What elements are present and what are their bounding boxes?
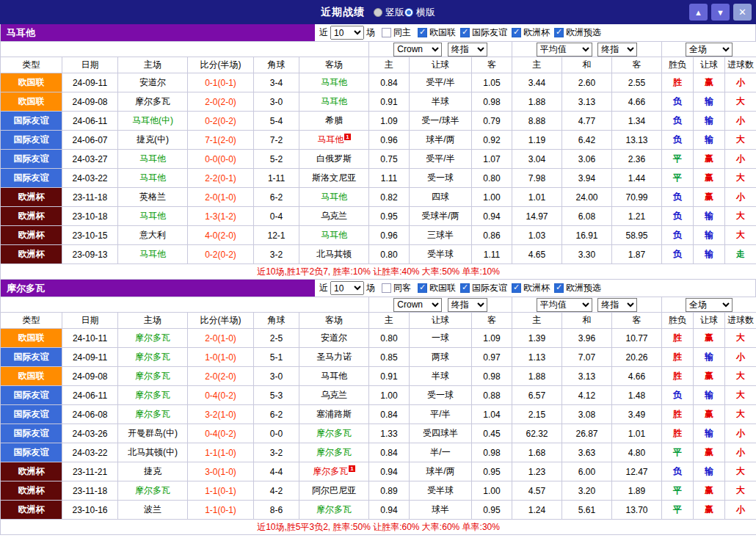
selects-row-spacer xyxy=(1,297,369,313)
scroll-up-button[interactable]: ▲ xyxy=(689,4,708,21)
avg-home-cell: 1.88 xyxy=(512,367,562,386)
league-cell: 国际友谊 xyxy=(1,112,62,131)
team-label: 阿尔巴尼亚 xyxy=(312,485,356,495)
league-cell: 欧国联 xyxy=(1,73,62,92)
handicap-cell: 受一/球半 xyxy=(410,112,472,131)
match-row: 国际友谊24-03-27马耳他0-0(0-0)5-2白俄罗斯0.75受平/半1.… xyxy=(1,150,756,169)
league-filter-checkbox[interactable]: 欧洲预选 xyxy=(554,282,601,294)
match-row: 欧洲杯23-10-18马耳他1-3(1-2)0-4乌克兰0.95受球半/两0.9… xyxy=(1,207,756,226)
score-cell: 2-0(2-0) xyxy=(188,367,254,386)
away-team-cell: 阿尔巴尼亚 xyxy=(299,481,369,501)
handicap-cell: 受半球 xyxy=(410,245,472,264)
checkbox-icon xyxy=(382,28,391,37)
team-label: 摩尔多瓦 xyxy=(135,371,170,381)
score-cell: 2-2(0-1) xyxy=(188,169,254,188)
layout-radio-horizontal[interactable]: 横版 xyxy=(404,6,435,19)
league-filter-checkbox[interactable]: 欧国联 xyxy=(418,26,456,39)
average-select[interactable]: 平均值 xyxy=(537,43,592,57)
match-row: 国际友谊24-06-08摩尔多瓦3-2(1-0)6-2塞浦路斯0.84平/半1.… xyxy=(1,405,756,424)
league-filter-label: 国际友谊 xyxy=(472,26,507,39)
average-select[interactable]: 平均值 xyxy=(537,298,592,312)
team-label: 马耳他 xyxy=(139,211,166,221)
handicap-cell: 一球 xyxy=(410,329,472,348)
bookmaker-select[interactable]: Crown xyxy=(393,43,442,57)
league-cell: 欧国联 xyxy=(1,329,62,348)
league-cell: 欧洲杯 xyxy=(1,481,62,501)
away-team-cell: 马耳他 xyxy=(299,92,369,112)
bookmaker-select[interactable]: Crown xyxy=(393,298,442,312)
handicap-cell: 受球半/两 xyxy=(410,207,472,226)
league-filter-checkbox[interactable]: 国际友谊 xyxy=(460,26,507,39)
score-cell: 7-1(2-0) xyxy=(188,131,254,150)
league-filter-checkbox[interactable]: 欧洲杯 xyxy=(512,282,550,294)
date-cell: 24-09-08 xyxy=(62,367,118,386)
score-cell: 1-1(0-1) xyxy=(188,481,254,501)
goals-result-cell: 大 xyxy=(725,207,756,226)
goals-result-cell: 大 xyxy=(725,329,756,348)
date-cell: 24-10-11 xyxy=(62,329,118,348)
avg-away-cell: 20.26 xyxy=(612,348,662,367)
match-row: 欧国联24-09-08摩尔多瓦2-0(2-0)3-0马耳他0.91半球0.981… xyxy=(1,92,756,112)
goals-result-cell: 小 xyxy=(725,501,756,520)
corner-cell: 3-2 xyxy=(254,443,299,462)
league-cell: 欧洲杯 xyxy=(1,501,62,520)
summary-row: 近10场,胜1平2负7, 胜率:10% 让胜率:40% 大率:50% 单率:10… xyxy=(1,264,756,280)
scroll-down-button[interactable]: ▼ xyxy=(711,4,730,21)
team-section: 摩尔多瓦 近 10 场 同客 欧国联国际友谊欧洲杯欧洲预选 xyxy=(0,280,756,535)
avg-home-cell: 7.98 xyxy=(512,169,562,188)
handicap-result-cell: 输 xyxy=(694,462,725,481)
league-filter-checkbox[interactable]: 欧国联 xyxy=(418,282,456,294)
team-label: 摩尔多瓦 xyxy=(135,352,170,362)
away-team-cell: 马耳他1 xyxy=(299,131,369,150)
team-label: 摩尔多瓦1 xyxy=(313,466,355,476)
handicap-result-cell: 输 xyxy=(694,424,725,443)
same-venue-filter[interactable]: 同客 xyxy=(382,282,411,294)
topbar: 近期战绩 竖版横版 ▲ ▼ ✕ xyxy=(0,0,756,24)
average-stage-select[interactable]: 终指 xyxy=(597,298,637,312)
scope-select[interactable]: 全场 xyxy=(686,298,733,312)
average-stage-select[interactable]: 终指 xyxy=(597,43,637,57)
matches-table: Crown 终指 平均值 终指 全场 类型日期主场比分(半场)角球客场主让球客主… xyxy=(0,41,756,280)
away-team-cell: 圣马力诺 xyxy=(299,348,369,367)
corner-cell: 8-6 xyxy=(254,501,299,520)
team-label: 马耳他1 xyxy=(317,134,350,145)
date-cell: 23-10-16 xyxy=(62,501,118,520)
avg-away-cell: 1.87 xyxy=(612,245,662,264)
league-filter-checkbox[interactable]: 欧洲杯 xyxy=(512,26,550,39)
recent-count-select[interactable]: 10 xyxy=(330,281,364,295)
away-odds-cell: 1.00 xyxy=(472,188,512,207)
away-team-cell: 塞浦路斯 xyxy=(299,405,369,424)
recent-count-select[interactable]: 10 xyxy=(330,26,364,40)
league-filter-checkbox[interactable]: 国际友谊 xyxy=(460,282,507,294)
avg-home-cell: 1.01 xyxy=(512,188,562,207)
goals-result-cell: 小 xyxy=(725,73,756,92)
avg-home-cell: 6.57 xyxy=(512,386,562,405)
league-cell: 欧国联 xyxy=(1,92,62,112)
close-button[interactable]: ✕ xyxy=(733,4,752,21)
radio-icon xyxy=(374,8,382,17)
odds-stage-select[interactable]: 终指 xyxy=(448,298,487,312)
handicap-result-cell: 输 xyxy=(694,207,725,226)
home-odds-cell: 1.09 xyxy=(369,112,410,131)
avg-home-cell: 4.65 xyxy=(512,245,562,264)
outcome-cell: 胜 xyxy=(662,405,694,424)
avg-home-cell: 3.04 xyxy=(512,150,562,169)
odds-stage-select[interactable]: 终指 xyxy=(448,43,487,57)
team-label: 马耳他 xyxy=(139,153,166,164)
handicap-result-cell: 赢 xyxy=(694,329,725,348)
away-odds-cell: 0.80 xyxy=(472,169,512,188)
handicap-result-cell: 赢 xyxy=(694,481,725,501)
away-odds-cell: 0.92 xyxy=(472,131,512,150)
league-cell: 欧洲杯 xyxy=(1,245,62,264)
home-team-cell: 捷克 xyxy=(118,462,188,481)
league-filter-label: 欧洲预选 xyxy=(566,26,601,39)
scope-select[interactable]: 全场 xyxy=(686,43,733,57)
date-cell: 24-09-11 xyxy=(62,73,118,92)
score-cell: 0-2(0-2) xyxy=(188,245,254,264)
handicap-result-cell: 输 xyxy=(694,386,725,405)
same-venue-filter[interactable]: 同主 xyxy=(382,26,411,39)
handicap-cell: 半球 xyxy=(410,92,472,112)
games-label: 场 xyxy=(366,282,375,294)
layout-radio-vertical[interactable]: 竖版 xyxy=(374,6,404,19)
league-filter-checkbox[interactable]: 欧洲预选 xyxy=(554,26,601,39)
